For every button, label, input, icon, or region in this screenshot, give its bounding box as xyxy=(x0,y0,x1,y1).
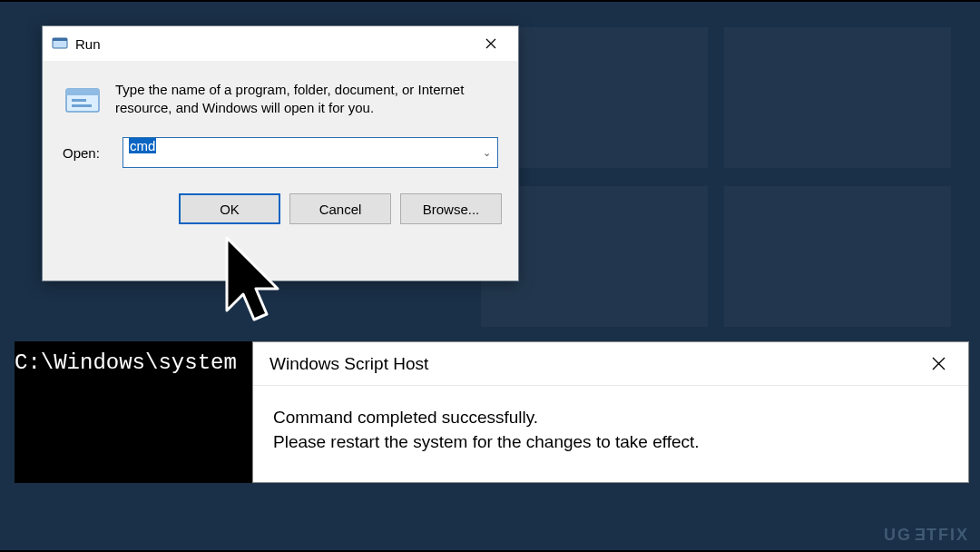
run-open-row: Open: cmd ⌄ xyxy=(43,121,518,168)
svg-rect-5 xyxy=(72,104,92,107)
svg-rect-1 xyxy=(53,38,67,41)
wsh-title: Windows Script Host xyxy=(270,354,916,374)
ok-button[interactable]: OK xyxy=(179,193,280,224)
run-dialog: Run Type the name of a program, folder, … xyxy=(42,25,519,281)
wsh-message-line2: Please restart the system for the change… xyxy=(273,430,948,455)
browse-button[interactable]: Browse... xyxy=(400,193,502,224)
svg-rect-3 xyxy=(66,89,99,95)
cmd-prompt-text: C:\Windows\system xyxy=(15,350,237,375)
wsh-message-line1: Command completed successfully. xyxy=(273,406,948,430)
windows-script-host-dialog: Windows Script Host Command completed su… xyxy=(252,341,969,483)
run-titlebar[interactable]: Run xyxy=(43,26,518,61)
windows-logo-background xyxy=(481,27,953,327)
close-button[interactable] xyxy=(916,348,961,380)
run-program-icon xyxy=(52,35,68,52)
svg-rect-4 xyxy=(72,99,86,102)
run-program-large-icon xyxy=(63,81,103,121)
run-title: Run xyxy=(75,36,471,52)
open-input[interactable]: cmd xyxy=(122,137,498,168)
run-body: Type the name of a program, folder, docu… xyxy=(43,61,518,121)
run-button-row: OK Cancel Browse... xyxy=(43,168,518,224)
watermark: UGETFIX xyxy=(884,526,969,545)
run-description: Type the name of a program, folder, docu… xyxy=(115,81,498,121)
letterbox-top xyxy=(0,0,980,2)
open-combobox[interactable]: cmd ⌄ xyxy=(122,137,498,168)
open-label: Open: xyxy=(63,145,110,161)
wsh-titlebar[interactable]: Windows Script Host xyxy=(253,342,968,386)
cancel-button[interactable]: Cancel xyxy=(289,193,391,224)
close-button[interactable] xyxy=(471,30,511,57)
wsh-body: Command completed successfully. Please r… xyxy=(253,386,968,454)
cmd-window[interactable]: C:\Windows\system xyxy=(15,341,252,483)
